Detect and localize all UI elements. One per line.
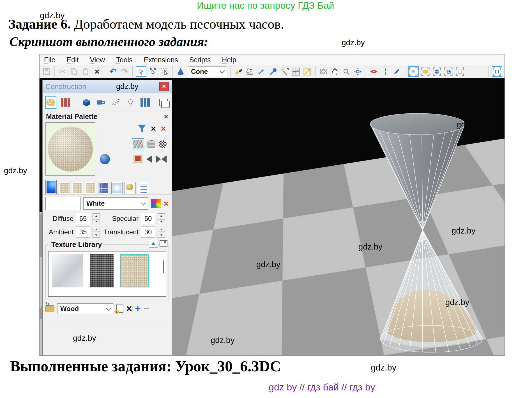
swatch-sand-2[interactable] (72, 182, 83, 194)
translucent-value[interactable]: 30 (141, 227, 155, 238)
select-nodes-icon[interactable] (148, 67, 158, 76)
orbit-icon[interactable] (319, 67, 328, 76)
view-wireframe-icon[interactable] (444, 67, 453, 76)
specular-value[interactable]: 50 (141, 213, 155, 224)
swatch-list-view[interactable] (138, 182, 149, 194)
magic-wand-icon[interactable] (280, 67, 289, 76)
lesson-file-name: Урок_30_6.3DC (175, 358, 281, 375)
color-picker-icon[interactable] (151, 199, 161, 208)
eyedropper-icon[interactable] (257, 67, 266, 76)
view-plain-icon[interactable] (455, 67, 465, 76)
swatch-coin[interactable] (125, 182, 136, 194)
delete-red-icon[interactable]: × (161, 124, 166, 133)
shape-selector[interactable]: Cone (188, 66, 227, 77)
view-grid-icon[interactable] (408, 66, 419, 77)
blue-sphere-icon[interactable] (100, 154, 110, 164)
materials-red-icon[interactable] (60, 96, 71, 109)
viewport-3d[interactable]: gdz.by gdz.by gdz.by gdz.by gdz.by gdz.b… (40, 78, 505, 355)
diffuse-value[interactable]: 65 (76, 213, 90, 224)
specular-stepper[interactable] (158, 213, 165, 224)
windows-icon[interactable] (158, 96, 169, 109)
arrow-left-icon[interactable] (146, 155, 152, 163)
swatch-glow[interactable] (111, 182, 123, 194)
cylinder-stack-icon[interactable] (148, 140, 155, 148)
material-options-row (99, 151, 169, 164)
close-icon[interactable]: × (159, 82, 169, 91)
mirror-icon[interactable] (156, 155, 167, 163)
diffuse-stepper[interactable] (93, 213, 100, 224)
new-document-icon[interactable] (116, 305, 123, 313)
delete-black-icon[interactable]: × (126, 304, 132, 314)
axes-view-icon[interactable] (291, 67, 301, 76)
swatch-blue[interactable] (45, 180, 57, 194)
swatch-sand-3[interactable] (85, 182, 96, 194)
menu-view[interactable]: View (90, 56, 105, 64)
undo-icon[interactable]: ↶ (108, 67, 118, 76)
view-globe-icon[interactable] (432, 67, 442, 76)
color-swatch-white[interactable] (45, 197, 81, 210)
library-blue-icon[interactable] (140, 96, 151, 109)
delete-black-icon[interactable]: × (151, 124, 156, 133)
refresh-folder-icon[interactable] (45, 305, 54, 312)
menu-tools[interactable]: Tools (116, 56, 132, 64)
delete-red-icon[interactable]: × (163, 199, 169, 208)
frame-adjust-icon[interactable] (303, 67, 312, 76)
scrollbar[interactable] (163, 260, 164, 273)
save-icon[interactable] (42, 67, 51, 76)
swatch-grid[interactable] (98, 182, 109, 194)
menu-edit[interactable]: Edit (66, 56, 79, 64)
texture-chip-icon[interactable] (133, 155, 142, 163)
wrench-icon[interactable] (268, 67, 278, 76)
material-preview-area: × × (43, 121, 172, 178)
panel-titlebar[interactable]: Construction gdz.by × (43, 80, 172, 93)
bulb-icon[interactable] (125, 96, 136, 109)
cone-tool-icon[interactable] (176, 67, 185, 76)
palette-icon[interactable] (45, 96, 56, 109)
menu-file[interactable]: File (44, 56, 55, 64)
marker-vertical-icon[interactable] (381, 67, 390, 76)
tag-icon[interactable] (96, 96, 107, 109)
layered-material-icon[interactable] (132, 138, 144, 150)
color-selector[interactable]: White (83, 197, 148, 210)
fill-bucket-icon[interactable] (245, 67, 255, 76)
ambient-stepper[interactable] (93, 227, 100, 238)
ambient-value[interactable]: 35 (76, 227, 90, 238)
menu-scripts[interactable]: Scripts (189, 56, 211, 64)
paste-icon[interactable] (81, 67, 90, 76)
bone-icon[interactable] (110, 96, 121, 109)
texture-dark-stone[interactable] (90, 254, 114, 287)
texture-category-selector[interactable]: Wood (57, 303, 113, 314)
translucent-stepper[interactable] (158, 227, 165, 238)
view-monitor-icon[interactable] (421, 67, 430, 76)
watermark: gdz.by (116, 82, 139, 91)
material-preview[interactable] (45, 122, 95, 176)
compass-icon[interactable] (392, 67, 402, 76)
add-plus-icon[interactable]: + (135, 304, 141, 314)
delete-icon[interactable]: × (92, 67, 102, 76)
cut-icon[interactable]: ✂ (58, 67, 67, 76)
close-icon[interactable]: × (164, 112, 168, 121)
separator (172, 66, 173, 77)
remove-minus-icon[interactable]: − (144, 304, 149, 314)
cube-icon[interactable] (81, 96, 92, 109)
eye-horizontal-icon[interactable] (369, 67, 379, 76)
swatch-sand-1[interactable] (59, 182, 70, 194)
view-frame-select-icon[interactable] (492, 66, 502, 77)
redo-icon[interactable]: ↷ (120, 67, 129, 76)
dock-panel-icon[interactable] (160, 240, 167, 247)
pan-hand-icon[interactable] (330, 67, 340, 76)
texture-silver[interactable] (52, 254, 83, 287)
menu-help[interactable]: Help (222, 56, 236, 64)
filter-funnel-icon[interactable] (138, 125, 146, 132)
collapse-up-icon[interactable] (149, 240, 158, 248)
select-marquee-icon[interactable] (160, 67, 169, 76)
copy-icon[interactable] (69, 67, 79, 76)
paintbrush-icon[interactable] (234, 67, 243, 76)
texture-sand-selected[interactable] (120, 254, 149, 287)
center-view-icon[interactable] (353, 67, 363, 76)
select-cursor-icon[interactable] (136, 66, 146, 77)
checker-sphere-icon[interactable] (159, 140, 167, 148)
menu-extensions[interactable]: Extensions (144, 56, 178, 64)
separator (230, 66, 231, 77)
zoom-icon[interactable] (342, 67, 351, 76)
